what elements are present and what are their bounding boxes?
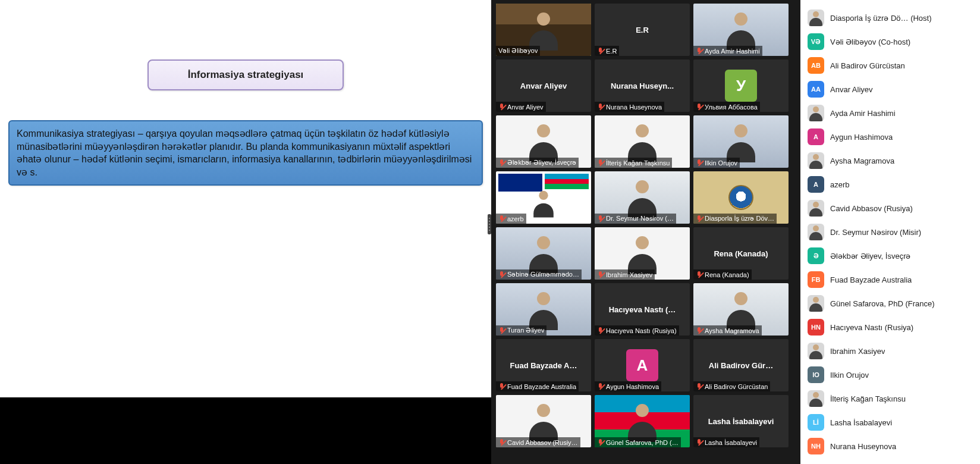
tile-label-bar: Səbinə Gülməmmədo… [496, 269, 582, 280]
mic-muted-icon [597, 327, 604, 334]
video-tile[interactable]: İlteriş Kağan Taşkınsu [595, 115, 690, 168]
tile-label-bar: Ali Badirov Gürcüstan [693, 381, 770, 391]
mic-muted-icon [597, 215, 604, 222]
video-tile[interactable]: Turan Əliyev [496, 283, 591, 336]
video-tile[interactable]: Səbinə Gülməmmədo… [496, 227, 591, 280]
participant-initials-icon: VƏ [808, 33, 824, 50]
video-tile[interactable]: Ilkin Orujov [693, 115, 789, 168]
tile-label: Lasha İsabalayevi [705, 439, 757, 446]
mic-muted-icon [498, 159, 505, 166]
tile-label: Hacıyeva Nastı (Rusiya) [606, 327, 677, 334]
video-tile[interactable]: Aysha Magramova [693, 283, 789, 336]
participant-row[interactable]: ƏƏləkbər Əliyev, İsveçrə [803, 244, 978, 268]
video-tile[interactable]: Hacıyeva Nastı (…Hacıyeva Nastı (Rusiya) [595, 283, 690, 336]
tile-label-bar: Dr. Seymur Nəsirov (… [595, 214, 676, 224]
participant-row[interactable]: Günel Safarova, PhD (France) [803, 291, 978, 315]
participant-row[interactable]: AAygun Hashimova [803, 125, 978, 149]
video-tile[interactable]: Fuad Bayzade A…Fuad Bayzade Australia [496, 339, 591, 391]
participant-initials-icon: Lİ [808, 414, 824, 431]
panel-resize-handle[interactable] [488, 214, 491, 234]
video-tile[interactable]: Rena (Kanada)Rena (Kanada) [693, 227, 789, 280]
presentation-slide: İnformasiya strategiyası Kommunikasiya s… [0, 0, 491, 397]
video-tile[interactable]: Ali Badirov Gür…Ali Badirov Gürcüstan [693, 339, 789, 391]
participant-name-center: Ali Badirov Gür… [705, 361, 777, 370]
tile-label-bar: Diasporla İş üzrə Döv… [693, 214, 777, 224]
participant-name: Günel Safarova, PhD (France) [830, 299, 935, 308]
participant-name-center: Fuad Bayzade A… [507, 361, 581, 370]
participant-row[interactable]: Ayda Amir Hashimi [803, 101, 978, 125]
tile-label-bar: Ilkin Orujov [693, 158, 740, 168]
slide-title: İnformasiya strategiyası [147, 59, 344, 90]
participant-name: Ibrahim Xasiyev [830, 347, 885, 356]
participant-row[interactable]: IOIlkin Orujov [803, 363, 978, 387]
participant-name: Ilkin Orujov [830, 371, 869, 380]
tile-label: Rena (Kanada) [705, 271, 749, 278]
participant-name-center: Hacıyeva Nastı (… [605, 305, 680, 314]
tile-label: azerb [507, 215, 524, 222]
mic-muted-icon [696, 104, 702, 110]
participant-row[interactable]: AAAnvar Aliyev [803, 77, 978, 101]
mic-muted-icon [498, 104, 505, 110]
participant-row[interactable]: LİLasha İsabalayevi [803, 410, 978, 434]
participant-initials-icon: HN [808, 319, 824, 336]
tile-label: Diasporla İş üzrə Döv… [705, 215, 774, 222]
video-tile[interactable]: Lasha İsabalayeviLasha İsabalayevi [693, 395, 789, 447]
mic-muted-icon [498, 215, 505, 222]
tile-label-bar: Nurana Huseynova [595, 102, 664, 112]
mic-muted-icon [696, 271, 702, 278]
participant-name: azerb [830, 180, 850, 189]
tile-label-bar: Hacıyeva Nastı (Rusiya) [595, 325, 679, 336]
video-tile[interactable]: Dr. Seymur Nəsirov (… [595, 171, 690, 224]
participant-name: Ali Badirov Gürcüstan [830, 61, 905, 70]
mic-muted-icon [597, 48, 604, 54]
video-tile[interactable]: AAygun Hashimova [595, 339, 690, 391]
tile-label: Vəli Əlibəyov [498, 47, 538, 55]
participant-name: Ayda Amir Hashimi [830, 109, 896, 118]
video-tile[interactable]: Diasporla İş üzrə Döv… [693, 171, 789, 224]
participant-row[interactable]: Diasporla İş üzrə Dö… (Host) [803, 6, 978, 30]
participant-row[interactable]: Cavid Abbasov (Rusiya) [803, 196, 978, 220]
participant-name-center: Lasha İsabalayevi [705, 417, 778, 426]
participant-initials-icon: Ə [808, 247, 824, 264]
participant-row[interactable]: İlteriş Kağan Taşkınsu [803, 387, 978, 410]
video-tile[interactable]: Cavid Abbasov (Rusiy… [496, 395, 591, 447]
participant-row[interactable]: NHNurana Huseynova [803, 434, 978, 458]
participant-row[interactable]: Aysha Magramova [803, 149, 978, 173]
video-tile[interactable]: Vəli Əlibəyov [496, 4, 591, 56]
participant-photo-icon [808, 200, 824, 217]
video-tile[interactable]: Ayda Amir Hashimi [693, 4, 789, 56]
tile-label: Ibrahim Xasiyev [606, 271, 652, 278]
tile-label-bar: Anvar Aliyev [496, 102, 546, 112]
mic-muted-icon [597, 383, 604, 390]
tile-label: Ali Badirov Gürcüstan [705, 383, 768, 390]
tile-label: Fuad Bayzade Australia [507, 383, 576, 390]
tile-label: Ульвия Аббасова [705, 104, 758, 111]
participant-row[interactable]: Ibrahim Xasiyev [803, 339, 978, 363]
participant-row[interactable]: VƏVəli Əlibəyov (Co-host) [803, 30, 978, 54]
participant-row[interactable]: Dr. Seymur Nəsirov (Misir) [803, 220, 978, 244]
participant-name-center: Anvar Aliyev [517, 81, 570, 90]
participant-name: Anvar Aliyev [830, 85, 873, 94]
tile-label-bar: Ibrahim Xasiyev [595, 269, 655, 280]
mic-muted-icon [597, 271, 604, 278]
tile-label-bar: Ульвия Аббасова [693, 102, 760, 112]
tile-label: Ilkin Orujov [705, 159, 737, 167]
participant-row[interactable]: Aazerb [803, 173, 978, 196]
video-tile[interactable]: E.RE.R [595, 4, 690, 56]
video-tile[interactable]: Ibrahim Xasiyev [595, 227, 690, 280]
video-tile[interactable]: Ələkbər Əliyev, İsveçrə [496, 115, 591, 168]
video-tile[interactable]: УУльвия Аббасова [693, 59, 789, 112]
participant-name: Nurana Huseynova [830, 442, 896, 451]
tile-label: Nurana Huseynova [606, 104, 662, 111]
participant-row[interactable]: FBFuad Bayzade Australia [803, 268, 978, 291]
video-tile[interactable]: Anvar AliyevAnvar Aliyev [496, 59, 591, 112]
video-tile[interactable]: Nurana Huseyn...Nurana Huseynova [595, 59, 690, 112]
participant-initials-icon: A [808, 128, 824, 145]
participant-row[interactable]: HNHacıyeva Nastı (Rusiya) [803, 315, 978, 339]
video-tile[interactable]: azerb [496, 171, 591, 224]
participant-avatar: A [626, 349, 658, 381]
participant-photo-icon [808, 105, 824, 121]
participant-row[interactable]: ABAli Badirov Gürcüstan [803, 54, 978, 77]
video-tile[interactable]: Günel Safarova, PhD (… [595, 395, 690, 447]
shared-content-area: İnformasiya strategiyası Kommunikasiya s… [0, 0, 491, 464]
